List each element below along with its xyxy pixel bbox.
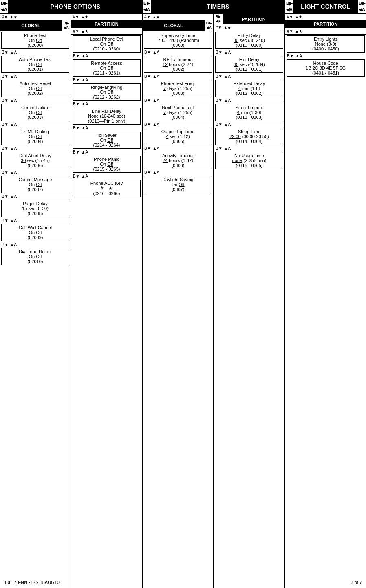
phone-options-nav-arrows[interactable]: B▶ ◀A: [0, 0, 9, 13]
entry-lights-box: Entry Lights None (3-9) (0400 - 0450): [287, 35, 365, 53]
toll-saver-box: Toll Saver On Off (0214 - 0264): [73, 132, 141, 149]
phone-partition-column: #▼ ▲★ PARTITION #▼ ▲★ Local Phone Ctrl O…: [71, 14, 143, 588]
nav-row: B▼▲A: [0, 50, 71, 55]
nav-row: B▼▲A: [143, 122, 213, 127]
phone-partition-label: PARTITION: [95, 22, 118, 26]
ring-hang-ring-box: Ring/Hang/Ring On Off (0212 - 0262): [73, 83, 141, 101]
exit-delay-box: Exit Delay 60 sec (45-184) (0011 - 0061): [215, 56, 283, 73]
nav-row: B▼▲A: [214, 98, 284, 103]
b-right-arrow-timers: B▶: [143, 1, 150, 6]
light-partition-label: PARTITION: [314, 22, 337, 26]
nav-row: B▼▲A: [214, 122, 284, 127]
nav-row: B▼▲A: [0, 242, 71, 247]
timers-partition-column: B▶ ◀A PARTITION #▼ ▲★ Entry Delay 30 sec…: [214, 14, 285, 588]
nav-row: B▼▲A: [143, 50, 213, 55]
phone-panic-box: Phone Panic On Off (0215 - 0265): [73, 156, 141, 173]
phone-acc-key-box: Phone ACC Key # ★ (0216 - 0266): [73, 180, 141, 197]
no-usage-time-box: No Usage time none (2-255 min) (0315 - 0…: [215, 152, 283, 169]
footer-left: 10817-FNN • ISS 18AUG10: [4, 580, 60, 585]
comm-failure-box: Comm Failure On Off (02003): [1, 104, 69, 121]
phone-test-box: Phone Test On Off (02000): [1, 32, 69, 49]
timers-global-label: GLOBAL: [164, 23, 183, 28]
cancel-message-box: Cancel Message On Off (02007): [1, 176, 69, 193]
footer-right: 3 of 7: [351, 580, 362, 585]
local-phone-ctrl-box: Local Phone Ctrl On Off (0210 - 0260): [73, 35, 141, 53]
a-left-arrow: ◀A: [1, 7, 7, 12]
nav-row: B▼▲A: [71, 173, 142, 179]
nav-row: B▼▲A: [0, 122, 71, 127]
nav-row: B▼▲A: [285, 53, 366, 59]
star-up-phone: ▲★: [9, 15, 17, 19]
sleep-time-box: Sleep Time 22:00 (00:00-23:50) (0314 - 0…: [215, 128, 283, 145]
nav-row: B▼▲A: [0, 194, 71, 199]
nav-row: B▼▲A: [0, 146, 71, 151]
light-control-title: LIGHT CONTROL: [294, 0, 357, 13]
output-trip-time-box: Output Trip Time 4 sec (1-12) (0305): [144, 128, 212, 145]
a-left-global: ◀A: [64, 26, 69, 30]
nav-row: B▼▲A: [143, 98, 213, 103]
dtmf-dialing-box: DTMF Dialing On Off (02004): [1, 128, 69, 145]
nav-row: B▼▲A: [71, 77, 142, 83]
nav-row: B▼▲A: [0, 218, 71, 223]
nav-row: B▼▲A: [71, 149, 142, 155]
timers-global-column: #▼ ▲★ GLOBAL B▶ ◀A Supervisory Time 1:00…: [143, 14, 214, 588]
auto-test-reset-box: Auto Test Reset On Off (02002): [1, 80, 69, 97]
light-control-partition-column: #▼ ▲★ PARTITION #▼ ▲★ Entry Lights None …: [285, 14, 366, 588]
nav-row: B▼▲A: [0, 74, 71, 79]
footer: 10817-FNN • ISS 18AUG10 3 of 7: [0, 580, 366, 585]
extended-delay-box: Extended Delay 4 min (1-8) (0312 - 0362): [215, 80, 283, 97]
b-right-arrow: B▶: [1, 1, 7, 6]
timers-partition-label: PARTITION: [242, 17, 265, 22]
b-right-arrow-light: B▶: [286, 1, 293, 6]
next-phone-test-box: Next Phone test 7 days (1-255) (0304): [144, 104, 212, 121]
phone-options-title: PHONE OPTIONS: [9, 0, 142, 13]
timers-title: TIMERS: [152, 0, 284, 13]
house-code-box: House Code 1B 2C 3D 4E 5F 6G (0401 - 045…: [287, 59, 365, 77]
b-right-global: B▶: [64, 21, 69, 25]
nav-row: B▼▲A: [214, 50, 284, 55]
call-wait-cancel-box: Call Wait Cancel On Off (02009): [1, 224, 69, 241]
phone-test-freq-box: Phone Test Freq. 7 days (1-255) (0303): [144, 80, 212, 97]
header-row: B▶ ◀A PHONE OPTIONS B▶ ◀A TIMERS B▶ ◀A L…: [0, 0, 366, 14]
phone-options-column: #▼ ▲★ GLOBAL B▶ ◀A Phone Test On Off (02…: [0, 14, 71, 588]
activity-timeout-box: Activity Timeout 24 hours (1-42) (0306): [144, 152, 212, 169]
a-left-arrow-light: ◀A: [286, 7, 293, 12]
nav-row: B▼▲A: [71, 53, 142, 59]
dial-abort-delay-box: Dial Abort Delay 30 sec (15-45) (02006): [1, 152, 69, 169]
nav-row: B▼▲A: [71, 125, 142, 131]
nav-row: B▼▲A: [214, 146, 284, 151]
phone-global-label: GLOBAL: [21, 23, 40, 28]
timers-nav-arrows[interactable]: B▶ ◀A: [143, 0, 152, 13]
nav-row: B▼▲A: [0, 98, 71, 103]
nav-row: B▼▲A: [143, 170, 213, 175]
a-left-arrow-timers: ◀A: [143, 7, 150, 12]
remote-access-box: Remote Access On Off (0211 - 0261): [73, 59, 141, 77]
auto-phone-test-box: Auto Phone Test On Off (02001): [1, 56, 69, 73]
light-control-nav-arrows[interactable]: B▶ ◀A: [285, 0, 294, 13]
nav-row: B▼▲A: [71, 101, 142, 107]
hash-down-phone: #▼: [2, 15, 8, 19]
pager-delay-box: Pager Delay 15 sec (0-30) (02008): [1, 200, 69, 217]
star-up-partition: ▲★: [81, 15, 88, 19]
rf-tx-timeout-box: RF Tx Timeout 12 hours (2-24) (0302): [144, 56, 212, 73]
nav-row: B▼▲A: [0, 170, 71, 175]
daylight-saving-box: Daylight Saving On Off (0307): [144, 176, 212, 193]
siren-timeout-box: Siren Timeout 4 min (1-30) (0313 - 0363): [215, 104, 283, 121]
nav-row: B▼▲A: [143, 74, 213, 79]
light-control-right-nav[interactable]: B▶ ◀A: [357, 0, 366, 13]
nav-row: B▼▲A: [143, 146, 213, 151]
hash-down-partition: #▼: [73, 15, 79, 19]
dial-tone-detect-box: Dial Tone Detect On Off (02010): [1, 248, 69, 265]
nav-row: B▼▲A: [214, 74, 284, 79]
supervisory-time-box: Supervisory Time 1:00 - 4:00 (Random) (0…: [144, 32, 212, 49]
line-fail-delay-box: Line Fail Delay None (10-240 sec) (0213—…: [73, 108, 141, 125]
entry-delay-box: Entry Delay 30 sec (30-240) (0310 - 0360…: [215, 32, 283, 49]
